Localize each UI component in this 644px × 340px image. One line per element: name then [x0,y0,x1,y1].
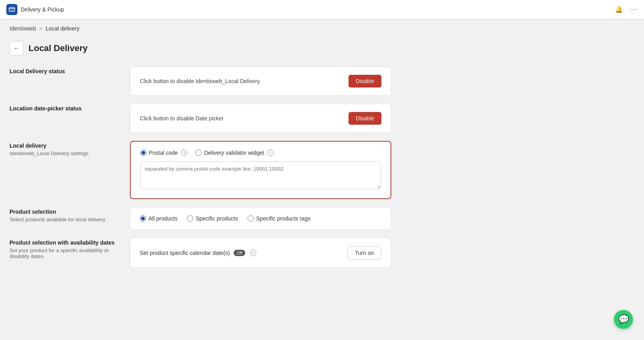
page-title: Local Delivery [29,43,88,53]
calendar-label: Set product specific calendar date(s) [140,250,230,256]
postal-code-label: Postal code [149,150,178,156]
specific-tags-label: Specific products tags [256,215,311,222]
breadcrumb-separator: > [39,25,42,32]
delivery-validator-info-icon[interactable]: i [267,150,274,156]
postal-code-radio[interactable] [140,150,147,156]
local-delivery-row: Local delivery Identixweb_Local Delivery… [10,141,545,199]
app-icon [6,4,17,15]
all-products-label: All products [149,215,177,222]
datepicker-status-label-col: Location date-picker status [10,104,120,113]
off-badge: Off [234,250,245,256]
specific-products-radio-item[interactable]: Specific products [187,215,238,222]
main-content: ← Local Delivery Local Delivery status C… [0,35,554,282]
chat-button[interactable]: 💬 [614,310,633,329]
delivery-status-card-text: Click button to disable Identixweb_Local… [140,78,260,84]
turn-on-button[interactable]: Turn on [347,246,381,260]
page-header: ← Local Delivery [10,41,545,55]
specific-tags-radio[interactable] [248,215,254,222]
product-selection-card: All products Specific products Specific … [130,207,391,230]
all-products-radio[interactable] [140,215,146,222]
local-delivery-label-col: Local delivery Identixweb_Local Delivery… [10,141,120,156]
topbar: Delivery & Pickup 🔔 ··· [0,0,644,19]
delivery-status-card: Click button to disable Identixweb_Local… [130,66,391,96]
delivery-validator-radio[interactable] [195,150,202,156]
svg-rect-0 [9,8,15,11]
back-arrow-icon: ← [13,45,20,52]
all-products-radio-item[interactable]: All products [140,215,177,222]
specific-products-radio[interactable] [187,215,193,222]
specific-products-label: Specific products [196,215,238,222]
topbar-left: Delivery & Pickup [6,4,64,15]
local-delivery-sublabel: Identixweb_Local Delivery settings [10,150,120,156]
bell-icon[interactable]: 🔔 [615,6,623,13]
disable-datepicker-button[interactable]: Disable [349,112,381,125]
delivery-status-label-col: Local Delivery status [10,66,120,76]
datepicker-status-card: Click button to disable Date picker Disa… [130,104,391,133]
app-title: Delivery & Pickup [21,6,64,13]
delivery-validator-radio-item[interactable]: Delivery validator widget i [195,150,274,156]
product-selection-sublabel: Select products available for local deli… [10,217,120,222]
local-delivery-card: Postal code i Delivery validator widget … [130,141,391,199]
delivery-type-radio-row: Postal code i Delivery validator widget … [140,150,381,156]
product-selection-label: Product selection [10,209,120,215]
availability-dates-label-col: Product selection with availability date… [10,238,120,259]
datepicker-status-card-text: Click button to disable Date picker [140,115,224,122]
calendar-row: Set product specific calendar date(s) Of… [140,250,341,256]
chat-icon: 💬 [618,314,629,325]
breadcrumb-parent[interactable]: Identixweb [10,25,36,32]
breadcrumb-current: Local delivery [46,25,80,32]
local-delivery-card-inner: Postal code i Delivery validator widget … [140,150,381,190]
availability-dates-card: Set product specific calendar date(s) Of… [130,238,391,268]
ellipsis-menu[interactable]: ··· [629,5,638,13]
back-button[interactable]: ← [10,41,24,55]
postal-code-textarea[interactable] [140,161,381,189]
availability-dates-label: Product selection with availability date… [10,239,120,246]
availability-dates-sublabel: Set your product for a specific availabi… [10,247,120,259]
delivery-status-label: Local Delivery status [10,68,120,74]
calendar-info-icon[interactable]: i [250,250,256,256]
delivery-status-row: Local Delivery status Click button to di… [10,66,545,96]
product-selection-label-col: Product selection Select products availa… [10,207,120,222]
product-selection-row: Product selection Select products availa… [10,207,545,230]
disable-delivery-button[interactable]: Disable [349,75,381,87]
datepicker-status-label: Location date-picker status [10,105,120,112]
availability-dates-row: Product selection with availability date… [10,238,545,268]
delivery-validator-label: Delivery validator widget [204,150,264,156]
specific-tags-radio-item[interactable]: Specific products tags [248,215,311,222]
topbar-right: 🔔 ··· [615,5,638,13]
product-radio-row: All products Specific products Specific … [140,215,311,222]
datepicker-status-row: Location date-picker status Click button… [10,104,545,133]
postal-code-radio-item[interactable]: Postal code i [140,150,187,156]
postal-code-info-icon[interactable]: i [181,150,187,156]
breadcrumb: Identixweb > Local delivery [0,19,644,35]
local-delivery-label: Local delivery [10,142,120,149]
